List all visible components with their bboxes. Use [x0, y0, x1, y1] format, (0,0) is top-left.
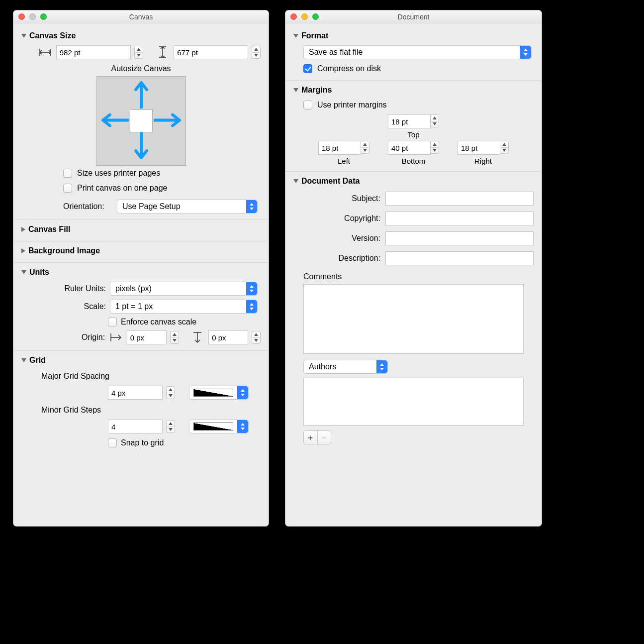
- subject-input[interactable]: [385, 192, 534, 206]
- stepper-down-icon[interactable]: [431, 148, 439, 154]
- description-label: Description:: [293, 254, 380, 263]
- canvas-fill-label: Canvas Fill: [28, 225, 70, 234]
- autosize-up-arrow[interactable]: [134, 80, 148, 110]
- major-grid-spacing-stepper[interactable]: [166, 386, 175, 399]
- svg-marker-16: [173, 333, 177, 336]
- stepper-up-icon[interactable]: [500, 141, 508, 148]
- description-input[interactable]: [385, 251, 534, 265]
- origin-x-stepper[interactable]: [170, 331, 179, 344]
- stepper-down-icon[interactable]: [135, 53, 143, 59]
- stepper-up-icon[interactable]: [167, 421, 175, 427]
- origin-x-input[interactable]: [127, 330, 167, 344]
- canvas-width-input[interactable]: [56, 45, 131, 59]
- canvas-fill-header[interactable]: Canvas Fill: [13, 219, 269, 237]
- minor-grid-steps-style-select[interactable]: [189, 420, 249, 433]
- version-input[interactable]: [385, 231, 534, 245]
- ruler-units-select[interactable]: pixels (px): [110, 282, 258, 296]
- compress-on-disk-checkbox[interactable]: [303, 64, 312, 73]
- snap-to-grid-checkbox[interactable]: [108, 438, 117, 447]
- grid-header[interactable]: Grid: [13, 350, 269, 368]
- margin-top-input[interactable]: [388, 114, 431, 128]
- comments-textarea[interactable]: [303, 284, 524, 354]
- margin-left-stepper[interactable]: [361, 141, 369, 154]
- margin-right-input[interactable]: [458, 141, 500, 155]
- snap-to-grid-label: Snap to grid: [121, 438, 164, 447]
- margin-top-stepper[interactable]: [430, 114, 439, 127]
- margin-bottom-input[interactable]: [388, 141, 431, 155]
- chevron-updown-icon: [246, 300, 257, 313]
- use-printer-margins-checkbox[interactable]: [303, 101, 312, 109]
- margins-label: Margins: [301, 86, 332, 95]
- margin-bottom-stepper[interactable]: [430, 141, 439, 154]
- minimize-window-icon[interactable]: [29, 13, 36, 20]
- stepper-up-icon[interactable]: [135, 46, 143, 53]
- origin-y-input[interactable]: [208, 330, 248, 344]
- canvas-height-stepper[interactable]: [252, 46, 261, 59]
- autosize-down-arrow[interactable]: [134, 132, 148, 162]
- major-grid-spacing-input[interactable]: [108, 386, 163, 400]
- document-data-label: Document Data: [301, 177, 360, 186]
- stepper-down-icon[interactable]: [431, 121, 439, 127]
- remove-author-button[interactable]: －: [318, 431, 331, 444]
- minor-grid-steps-stepper[interactable]: [166, 420, 175, 433]
- stepper-up-icon[interactable]: [252, 331, 260, 338]
- document-data-header[interactable]: Document Data: [285, 171, 542, 189]
- close-window-icon[interactable]: [18, 13, 25, 20]
- stepper-up-icon[interactable]: [361, 141, 369, 148]
- stepper-down-icon[interactable]: [252, 338, 260, 344]
- autosize-left-arrow[interactable]: [100, 113, 129, 129]
- stepper-down-icon[interactable]: [361, 148, 369, 154]
- authors-select[interactable]: Authors: [303, 360, 388, 374]
- stepper-down-icon[interactable]: [500, 148, 508, 154]
- svg-marker-3: [137, 48, 141, 51]
- origin-x-icon: [109, 330, 123, 344]
- autosize-center[interactable]: [130, 109, 153, 132]
- save-format-select[interactable]: Save as flat file: [303, 45, 532, 59]
- stepper-up-icon[interactable]: [171, 331, 179, 338]
- document-titlebar[interactable]: Document: [285, 10, 542, 23]
- margins-header[interactable]: Margins: [285, 80, 542, 98]
- save-format-value: Save as flat file: [309, 48, 363, 57]
- margin-right-stepper[interactable]: [500, 141, 509, 154]
- format-header[interactable]: Format: [285, 26, 542, 43]
- stepper-down-icon[interactable]: [171, 338, 179, 344]
- print-one-page-checkbox[interactable]: [63, 184, 72, 193]
- autosize-right-arrow[interactable]: [154, 113, 183, 129]
- copyright-input[interactable]: [385, 212, 534, 225]
- scale-select[interactable]: 1 pt = 1 px: [110, 300, 258, 314]
- stepper-up-icon[interactable]: [431, 115, 439, 121]
- orientation-select[interactable]: Use Page Setup: [117, 200, 258, 214]
- canvas-inspector-window: Canvas Canvas Size: [13, 10, 269, 527]
- stepper-up-icon[interactable]: [431, 141, 439, 148]
- stepper-up-icon[interactable]: [167, 387, 175, 393]
- canvas-width-stepper[interactable]: [134, 46, 143, 59]
- origin-y-stepper[interactable]: [252, 331, 261, 344]
- stepper-down-icon[interactable]: [252, 53, 260, 59]
- margin-left-input[interactable]: [318, 141, 361, 155]
- size-uses-printer-pages-label: Size uses printer pages: [77, 169, 160, 178]
- svg-marker-27: [433, 122, 437, 125]
- units-header[interactable]: Units: [13, 262, 269, 280]
- stepper-down-icon[interactable]: [167, 393, 175, 399]
- minimize-window-icon[interactable]: [301, 13, 308, 20]
- close-window-icon[interactable]: [290, 13, 297, 20]
- size-uses-printer-pages-checkbox[interactable]: [63, 169, 72, 178]
- stepper-down-icon[interactable]: [167, 427, 175, 433]
- authors-list[interactable]: [303, 378, 524, 426]
- major-grid-steps-style-select[interactable]: [189, 386, 249, 400]
- stepper-up-icon[interactable]: [252, 46, 260, 53]
- canvas-size-header[interactable]: Canvas Size: [13, 26, 269, 43]
- ruler-units-label: Ruler Units:: [21, 284, 106, 293]
- zoom-window-icon[interactable]: [40, 13, 47, 20]
- zoom-window-icon[interactable]: [312, 13, 319, 20]
- canvas-height-input[interactable]: [174, 45, 248, 59]
- svg-marker-31: [433, 149, 437, 152]
- scale-value: 1 pt = 1 px: [115, 302, 153, 311]
- minor-grid-steps-input[interactable]: [108, 420, 163, 433]
- canvas-titlebar[interactable]: Canvas: [13, 10, 269, 23]
- background-image-header[interactable]: Background Image: [13, 241, 269, 258]
- disclosure-triangle-icon: [21, 34, 26, 38]
- add-author-button[interactable]: ＋: [304, 431, 318, 444]
- enforce-canvas-scale-checkbox[interactable]: [108, 318, 117, 326]
- document-window-title: Document: [285, 13, 542, 21]
